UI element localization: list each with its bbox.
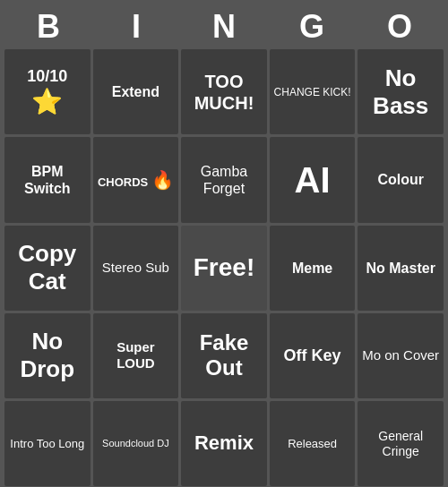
cell-r0c3[interactable]: CHANGE KICK! [270,49,356,134]
cell-r2c2-text: Free! [194,252,254,283]
cell-r0c1-text: Extend [112,83,159,100]
cell-r2c0[interactable]: Copy Cat [4,226,90,311]
cell-r4c0-text: Intro Too Long [10,437,84,451]
bingo-header: B I N G O [4,7,444,46]
header-n: N [180,7,268,46]
cell-r3c4-text: Mo on Cover [362,347,439,363]
cell-r4c3[interactable]: Released [270,401,356,486]
cell-r1c2[interactable]: Gamba Forget [181,137,267,222]
cell-r0c2[interactable]: TOO MUCH! [181,49,267,134]
cell-r4c2[interactable]: Remix [181,401,267,486]
header-g: G [268,7,356,46]
cell-r2c2[interactable]: Free! [181,226,267,311]
cell-r0c2-text: TOO MUCH! [185,71,263,114]
cell-r0c1[interactable]: Extend [93,49,179,134]
header-o: O [356,7,444,46]
cell-r2c0-text: Copy Cat [8,240,87,295]
cell-r1c2-text: Gamba Forget [185,163,263,197]
cell-r0c4[interactable]: No Bass [358,49,444,134]
cell-r4c0[interactable]: Intro Too Long [4,401,90,486]
cell-r1c0[interactable]: BPM Switch [4,137,90,222]
cell-r0c0[interactable]: 10/10 ⭐ [4,49,90,134]
header-b: B [4,7,92,46]
cell-r0c0-text: 10/10 [27,67,67,87]
cell-r4c1-text: Soundcloud DJ [102,438,169,449]
star-icon: ⭐ [31,87,63,117]
cell-r4c2-text: Remix [194,431,254,455]
cell-r1c1-text: CHORDS 🔥 [98,169,174,191]
cell-r2c3[interactable]: Meme [270,226,356,311]
cell-r1c3-text: AI [295,158,331,201]
cell-r1c4-text: Colour [377,171,424,188]
cell-r4c4[interactable]: General Cringe [358,401,444,486]
cell-r1c0-text: BPM Switch [8,163,87,197]
cell-r1c1[interactable]: CHORDS 🔥 [93,137,179,222]
cell-r4c4-text: General Cringe [361,429,440,459]
cell-r2c4-text: No Master [366,260,435,277]
cell-r1c4[interactable]: Colour [358,137,444,222]
cell-r3c1[interactable]: Super LOUD [93,313,179,398]
cell-r2c4[interactable]: No Master [358,226,444,311]
cell-r4c3-text: Released [288,437,337,451]
cell-r2c3-text: Meme [292,260,332,277]
header-i: I [92,7,180,46]
cell-r3c0-text: No Drop [8,328,87,383]
cell-r3c0[interactable]: No Drop [4,313,90,398]
cell-r3c3-text: Off Key [284,346,341,366]
cell-r3c2[interactable]: Fake Out [181,313,267,398]
cell-r3c1-text: Super LOUD [97,339,176,372]
cell-r2c1-text: Stereo Sub [102,260,169,276]
cell-r0c4-text: No Bass [361,64,440,120]
cell-r1c3[interactable]: AI [270,137,356,222]
bingo-grid: 10/10 ⭐ Extend TOO MUCH! CHANGE KICK! No… [4,49,444,486]
cell-r2c1[interactable]: Stereo Sub [93,226,179,311]
cell-r4c1[interactable]: Soundcloud DJ [93,401,179,486]
cell-r0c3-text: CHANGE KICK! [274,86,351,98]
cell-r3c4[interactable]: Mo on Cover [358,313,444,398]
cell-r3c2-text: Fake Out [185,330,263,382]
cell-r3c3[interactable]: Off Key [270,313,356,398]
